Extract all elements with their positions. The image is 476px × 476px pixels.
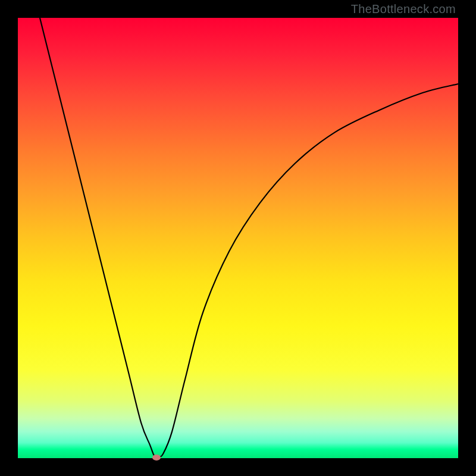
- curve-svg: [18, 18, 458, 458]
- chart-frame: TheBottleneck.com: [0, 0, 476, 476]
- plot-area: [18, 18, 458, 458]
- bottleneck-curve-path: [40, 18, 458, 458]
- attribution-text: TheBottleneck.com: [351, 2, 456, 16]
- optimum-marker: [152, 455, 161, 461]
